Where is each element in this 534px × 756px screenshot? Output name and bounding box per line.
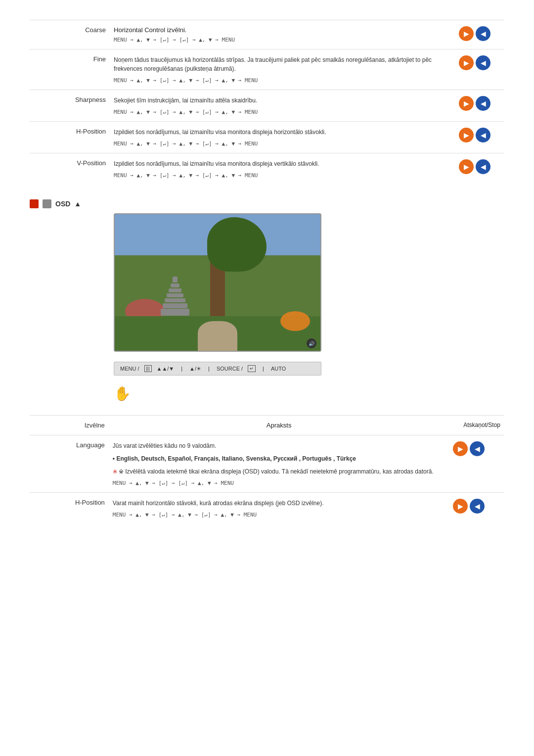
hpos-osd-desc-body: Varat mainīt horizontālo stāvokli, kurā … <box>113 499 445 508</box>
control-bar-separator3: | <box>263 366 264 372</box>
control-bar-enter-icon: ↵ <box>248 365 256 372</box>
bush-right-decoration <box>280 311 310 331</box>
sharpness-next-button[interactable]: ◀ <box>476 96 490 111</box>
coarse-next-button[interactable]: ◀ <box>476 26 490 41</box>
note-asterisk-icon: ※ <box>113 469 119 474</box>
main-table: Coarse Horizontal Control izvēlni. MENU … <box>30 20 504 185</box>
vposition-icon-col: ▶ ◀ <box>455 153 504 185</box>
coarse-desc-title: Horizontal Control izvēlni. <box>114 26 451 34</box>
row-label-vposition: V-Position <box>30 153 110 185</box>
osd-col3-header: Atskaņot/Stop <box>463 422 500 428</box>
fine-menu-path: MENU → ▲, ▼ → [↵] → ▲, ▼ → [↵] → ▲, ▼ → … <box>114 77 451 84</box>
control-bar-source: SOURCE / <box>217 366 243 372</box>
control-bar-auto: AUTO <box>271 366 286 372</box>
row-desc-coarse: Horizontal Control izvēlni. MENU → ▲, ▼ … <box>110 20 455 49</box>
hposition-next-button[interactable]: ◀ <box>476 128 490 142</box>
hpos-osd-icon-col: ▶ ◀ <box>449 493 504 524</box>
control-bar-arrows1: ▲▲/▼ <box>157 366 175 372</box>
coarse-nav-icons: ▶ ◀ <box>459 26 500 41</box>
osd-hpos-row: H-Position Varat mainīt horizontālo stāv… <box>30 493 504 524</box>
osd-header-atskn: Atskaņot/Stop <box>449 416 504 435</box>
monitor-scene: 🔊 <box>115 214 320 351</box>
control-bar-separator1: | <box>181 366 182 372</box>
language-list: • English, Deutsch, Español, Français, I… <box>113 454 445 463</box>
osd-header-izvēlne: Izvēlne <box>30 416 109 435</box>
row-desc-sharpness: Sekojiet šīm instrukcijām, lai izmainītu… <box>110 90 455 122</box>
table-row: H-Position Izpildiet šos norādījumus, la… <box>30 122 504 153</box>
osd-label: OSD <box>55 200 70 208</box>
row-desc-hposition: Izpildiet šos norādījumus, lai izmainītu… <box>110 122 455 153</box>
vposition-nav-icons: ▶ ◀ <box>459 159 500 174</box>
control-bar-bar-icon: ||| <box>144 365 152 372</box>
row-label-hposition: H-Position <box>30 122 110 153</box>
osd-desc-language: Jūs varat izvēlēties kādu no 9 valodām. … <box>109 435 449 493</box>
fine-desc-body: Noņem tādus traucējumus kā horizontālās … <box>114 55 451 73</box>
osd-desc-hpos: Varat mainīt horizontālo stāvokli, kurā … <box>109 493 449 524</box>
control-bar-separator2: | <box>208 366 210 372</box>
fine-nav-icons: ▶ ◀ <box>459 55 500 70</box>
control-bar-menu: MENU / <box>120 366 139 372</box>
osd-gray-icon <box>43 199 51 208</box>
hpos-osd-nav-icons: ▶ ◀ <box>453 499 500 514</box>
speaker-icon: 🔊 <box>307 338 316 348</box>
hposition-icon-col: ▶ ◀ <box>455 122 504 153</box>
control-bar: MENU / ||| ▲▲/▼ | ▲/☀ | SOURCE / ↵ | AUT… <box>114 362 321 376</box>
hand-icon: ✋ <box>114 386 131 401</box>
row-label-coarse: Coarse <box>30 20 110 49</box>
hpos-osd-prev-button[interactable]: ▶ <box>453 499 468 514</box>
language-menu-path: MENU → ▲, ▼ → [↵] → [↵] → ▲, ▼ → MENU <box>113 480 445 486</box>
fine-prev-button[interactable]: ▶ <box>459 55 474 70</box>
table-row: Sharpness Sekojiet šīm instrukcijām, lai… <box>30 90 504 122</box>
row-label-fine: Fine <box>30 49 110 90</box>
language-note: ※ ※ Izvēlētā valoda ietekmē tikai ekrāna… <box>113 467 445 476</box>
hposition-menu-path: MENU → ▲, ▼ → [↵] → ▲, ▼ → [↵] → ▲, ▼ → … <box>114 141 451 147</box>
coarse-prev-button[interactable]: ▶ <box>459 26 474 41</box>
hposition-prev-button[interactable]: ▶ <box>459 128 474 142</box>
language-icon-col: ▶ ◀ <box>449 435 504 493</box>
vposition-prev-button[interactable]: ▶ <box>459 159 474 174</box>
osd-label-hpos: H-Position <box>30 493 109 524</box>
language-desc-1: Jūs varat izvēlēties kādu no 9 valodām. <box>113 441 445 450</box>
stone-path-decoration <box>198 321 237 351</box>
sharpness-nav-icons: ▶ ◀ <box>459 96 500 111</box>
table-row: Fine Noņem tādus traucējumus kā horizont… <box>30 49 504 90</box>
osd-arrow-icon: ▲ <box>74 200 81 208</box>
language-note-text: ※ Izvēlētā valoda ietekmē tikai ekrāna d… <box>119 468 434 475</box>
sharpness-menu-path: MENU → ▲, ▼ → [↵] → ▲, ▼ → [↵] → ▲, ▼ → … <box>114 109 451 115</box>
vposition-menu-path: MENU → ▲, ▼ → [↵] → ▲, ▼ → [↵] → ▲, ▼ → … <box>114 172 451 179</box>
hposition-desc-body: Izpildiet šos norādījumus, lai izmainītu… <box>114 128 451 137</box>
hpos-osd-menu-path: MENU → ▲, ▼ → [↵] → ▲, ▼ → [↵] → ▲, ▼ → … <box>113 512 445 518</box>
osd-section-header: OSD ▲ <box>30 199 504 208</box>
vposition-next-button[interactable]: ◀ <box>476 159 490 174</box>
row-label-sharpness: Sharpness <box>30 90 110 122</box>
osd-col2-header: Apraksts <box>267 422 292 429</box>
sharpness-icon-col: ▶ ◀ <box>455 90 504 122</box>
osd-red-icon <box>30 199 39 208</box>
language-nav-icons: ▶ ◀ <box>453 441 500 456</box>
hposition-nav-icons: ▶ ◀ <box>459 128 500 142</box>
control-bar-arrows2: ▲/☀ <box>189 366 201 372</box>
sharpness-prev-button[interactable]: ▶ <box>459 96 474 111</box>
osd-language-row: Language Jūs varat izvēlēties kādu no 9 … <box>30 435 504 493</box>
language-next-button[interactable]: ◀ <box>470 441 485 456</box>
row-desc-fine: Noņem tādus traucējumus kā horizontālās … <box>110 49 455 90</box>
monitor-image: 🔊 <box>114 213 321 352</box>
hand-icon-area: ✋ <box>114 385 143 405</box>
fine-icon-col: ▶ ◀ <box>455 49 504 90</box>
coarse-icon-col: ▶ ◀ <box>455 20 504 49</box>
pagoda-decoration <box>160 277 190 316</box>
row-desc-vposition: Izpildiet šos norādījumus, lai izmainītu… <box>110 153 455 185</box>
language-prev-button[interactable]: ▶ <box>453 441 468 456</box>
coarse-menu-path: MENU → ▲, ▼ → [↵] → [↵] → ▲, ▼ → MENU <box>114 37 451 43</box>
table-row: V-Position Izpildiet šos norādījumus, la… <box>30 153 504 185</box>
osd-label-language: Language <box>30 435 109 493</box>
table-row: Coarse Horizontal Control izvēlni. MENU … <box>30 20 504 49</box>
osd-table: Izvēlne Apraksts Atskaņot/Stop Language … <box>30 415 504 524</box>
vposition-desc-body: Izpildiet šos norādījumus, lai izmainītu… <box>114 159 451 168</box>
sharpness-desc-body: Sekojiet šīm instrukcijām, lai izmainītu… <box>114 96 451 105</box>
tree-leaves-decoration <box>207 217 267 272</box>
fine-next-button[interactable]: ◀ <box>476 55 490 70</box>
osd-header-apraksts: Apraksts <box>109 416 449 435</box>
hpos-osd-next-button[interactable]: ◀ <box>470 499 485 514</box>
osd-header-row: Izvēlne Apraksts Atskaņot/Stop <box>30 416 504 435</box>
